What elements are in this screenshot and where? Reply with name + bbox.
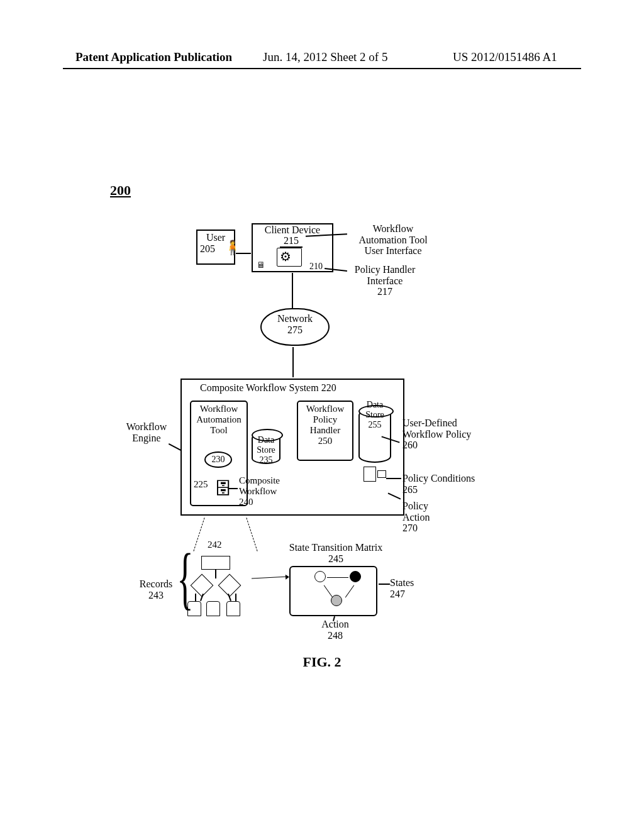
- patent-page: Patent Application Publication Jun. 14, …: [0, 0, 644, 830]
- leader-line: [228, 488, 238, 489]
- connector: [235, 594, 236, 601]
- leader-line: [379, 584, 390, 585]
- callout-policy-action: Policy Action 270: [402, 501, 459, 534]
- transition-arrow: [327, 577, 348, 578]
- header-mid: Jun. 14, 2012 Sheet 2 of 5: [263, 50, 387, 64]
- states-label: States 247: [390, 577, 414, 600]
- engine-node-230: 230: [204, 451, 232, 468]
- record-tab: [187, 601, 201, 616]
- num-225: 225: [194, 479, 208, 490]
- records-label: Records 243: [135, 578, 177, 601]
- wph-title: Workflow Policy Handler 250: [299, 404, 351, 446]
- state-transition-matrix-box: [289, 566, 377, 616]
- num-242: 242: [208, 540, 222, 550]
- expansion-line: [193, 517, 204, 551]
- client-device-title: Client Device: [255, 224, 330, 236]
- leader-line: [386, 478, 401, 479]
- client-device-gear-num: 215: [280, 235, 303, 248]
- connector: [292, 347, 294, 377]
- state-node: [314, 571, 326, 582]
- figure-number: 200: [110, 182, 131, 199]
- connector: [292, 273, 293, 308]
- composite-workflow-label: Composite Workflow 240: [239, 475, 296, 507]
- record-tab: [226, 601, 240, 616]
- header-left: Patent Application Publication: [75, 50, 232, 64]
- stm-title: State Transition Matrix 245: [286, 542, 386, 565]
- expansion-line: [246, 517, 257, 551]
- client-device-num: 210: [309, 262, 323, 272]
- network-label: Network275: [260, 313, 330, 336]
- system-title: Composite Workflow System 220: [200, 382, 336, 394]
- callout-user-defined-workflow-policy: User-Defined Workflow Policy 260: [402, 418, 478, 451]
- wat-title: Workflow Automation Tool: [192, 404, 245, 436]
- monitor-icon: 🖥: [257, 260, 265, 270]
- callout-workflow-engine: Workflow Engine: [118, 421, 175, 443]
- gear-icon: ⚙: [280, 249, 291, 264]
- header-rule: [63, 68, 581, 69]
- state-node: [350, 571, 361, 582]
- figure-caption: FIG. 2: [0, 654, 644, 670]
- record-decision: [218, 574, 242, 597]
- ds235-label: Data Store 235: [252, 435, 280, 465]
- callout-wat-ui: Workflow Automation Tool User Interface: [349, 223, 437, 257]
- arrow: [252, 576, 288, 578]
- connector: [195, 594, 196, 601]
- callout-policy-conditions: Policy Conditions 265: [402, 473, 484, 495]
- callout-policy-handler-interface: Policy Handler Interface 217: [347, 264, 423, 297]
- header-right: US 2012/0151486 A1: [453, 50, 557, 64]
- leader-line: [169, 443, 181, 451]
- action-label: Action 248: [313, 619, 357, 641]
- record-tab: [206, 601, 220, 616]
- network-num: 275: [287, 324, 303, 335]
- connector: [215, 570, 216, 578]
- record-node: [201, 556, 230, 570]
- policy-document-icon: [364, 467, 386, 484]
- brace-icon: {: [177, 557, 193, 599]
- network-name: Network: [277, 313, 313, 324]
- ds255-label: Data Store 255: [358, 400, 391, 430]
- connector: [236, 253, 251, 254]
